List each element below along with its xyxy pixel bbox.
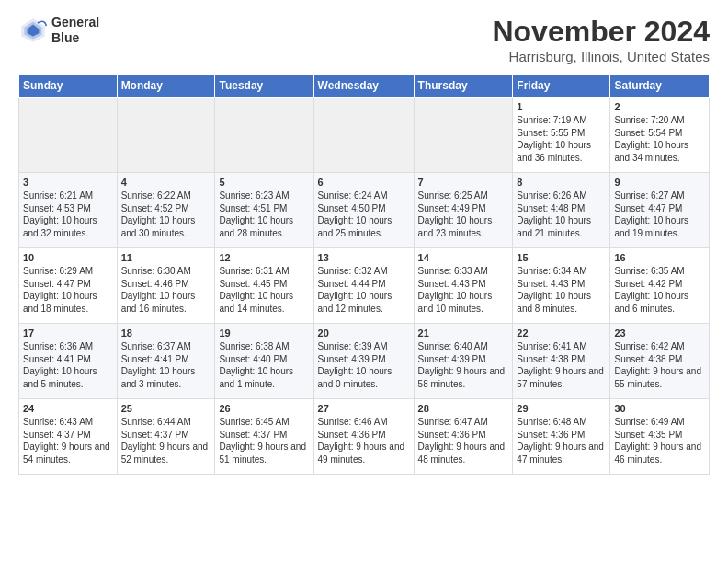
calendar-cell [19, 98, 118, 173]
logo: General Blue [18, 15, 99, 46]
week-row-1: 1Sunrise: 7:19 AM Sunset: 5:55 PM Daylig… [19, 98, 710, 173]
calendar-cell: 14Sunrise: 6:33 AM Sunset: 4:43 PM Dayli… [414, 248, 513, 324]
calendar-cell: 20Sunrise: 6:39 AM Sunset: 4:39 PM Dayli… [313, 324, 414, 399]
day-number: 2 [614, 101, 705, 112]
day-number: 21 [418, 327, 509, 339]
cell-content: Sunrise: 6:21 AM Sunset: 4:53 PM Dayligh… [23, 190, 113, 239]
day-number: 16 [614, 252, 705, 263]
day-number: 15 [517, 252, 606, 263]
cell-content: Sunrise: 6:31 AM Sunset: 4:45 PM Dayligh… [219, 265, 309, 315]
cell-content: Sunrise: 6:22 AM Sunset: 4:52 PM Dayligh… [121, 190, 211, 239]
calendar-cell: 12Sunrise: 6:31 AM Sunset: 4:45 PM Dayli… [215, 248, 313, 324]
cell-content: Sunrise: 6:29 AM Sunset: 4:47 PM Dayligh… [23, 265, 113, 315]
day-number: 27 [318, 403, 410, 414]
day-header-thursday: Thursday [414, 75, 513, 98]
cell-content: Sunrise: 6:35 AM Sunset: 4:42 PM Dayligh… [614, 265, 705, 315]
calendar-header-row: SundayMondayTuesdayWednesdayThursdayFrid… [19, 75, 710, 98]
day-number: 4 [121, 177, 211, 188]
day-number: 10 [23, 252, 113, 263]
calendar-cell: 7Sunrise: 6:25 AM Sunset: 4:49 PM Daylig… [414, 173, 513, 248]
day-number: 20 [318, 327, 410, 339]
calendar-cell: 8Sunrise: 6:26 AM Sunset: 4:48 PM Daylig… [513, 173, 610, 248]
logo-icon [18, 16, 48, 45]
calendar-cell: 16Sunrise: 6:35 AM Sunset: 4:42 PM Dayli… [610, 248, 710, 324]
day-number: 18 [121, 327, 211, 339]
cell-content: Sunrise: 6:30 AM Sunset: 4:46 PM Dayligh… [121, 265, 211, 315]
day-number: 17 [23, 327, 113, 339]
cell-content: Sunrise: 6:27 AM Sunset: 4:47 PM Dayligh… [614, 190, 705, 239]
day-number: 26 [219, 403, 309, 414]
cell-content: Sunrise: 6:46 AM Sunset: 4:36 PM Dayligh… [318, 416, 410, 465]
day-number: 8 [517, 177, 606, 188]
calendar-cell: 11Sunrise: 6:30 AM Sunset: 4:46 PM Dayli… [117, 248, 215, 324]
calendar-cell: 13Sunrise: 6:32 AM Sunset: 4:44 PM Dayli… [313, 248, 414, 324]
calendar-cell: 30Sunrise: 6:49 AM Sunset: 4:35 PM Dayli… [610, 399, 710, 475]
cell-content: Sunrise: 6:24 AM Sunset: 4:50 PM Dayligh… [318, 190, 410, 239]
day-number: 28 [418, 403, 509, 414]
calendar-cell: 1Sunrise: 7:19 AM Sunset: 5:55 PM Daylig… [513, 98, 610, 173]
day-number: 13 [318, 252, 410, 263]
header: General Blue November 2024 Harrisburg, I… [18, 15, 710, 64]
day-header-tuesday: Tuesday [215, 75, 313, 98]
logo-line1: General [51, 15, 99, 30]
day-number: 12 [219, 252, 309, 263]
week-row-3: 10Sunrise: 6:29 AM Sunset: 4:47 PM Dayli… [19, 248, 710, 324]
day-header-friday: Friday [513, 75, 610, 98]
calendar-cell [215, 98, 313, 173]
calendar-cell: 15Sunrise: 6:34 AM Sunset: 4:43 PM Dayli… [513, 248, 610, 324]
cell-content: Sunrise: 6:45 AM Sunset: 4:37 PM Dayligh… [219, 416, 309, 465]
logo-line2: Blue [51, 30, 99, 46]
cell-content: Sunrise: 6:47 AM Sunset: 4:36 PM Dayligh… [418, 416, 509, 465]
cell-content: Sunrise: 6:49 AM Sunset: 4:35 PM Dayligh… [614, 416, 705, 465]
calendar-cell [414, 98, 513, 173]
day-header-wednesday: Wednesday [313, 75, 414, 98]
day-header-saturday: Saturday [610, 75, 710, 98]
day-number: 14 [418, 252, 509, 263]
calendar-cell: 5Sunrise: 6:23 AM Sunset: 4:51 PM Daylig… [215, 173, 313, 248]
week-row-4: 17Sunrise: 6:36 AM Sunset: 4:41 PM Dayli… [19, 324, 710, 399]
calendar-cell: 18Sunrise: 6:37 AM Sunset: 4:41 PM Dayli… [117, 324, 215, 399]
day-number: 25 [121, 403, 211, 414]
cell-content: Sunrise: 6:25 AM Sunset: 4:49 PM Dayligh… [418, 190, 509, 239]
cell-content: Sunrise: 6:36 AM Sunset: 4:41 PM Dayligh… [23, 340, 113, 390]
day-number: 3 [23, 177, 113, 188]
calendar-cell: 17Sunrise: 6:36 AM Sunset: 4:41 PM Dayli… [19, 324, 118, 399]
cell-content: Sunrise: 6:43 AM Sunset: 4:37 PM Dayligh… [23, 416, 113, 465]
cell-content: Sunrise: 6:26 AM Sunset: 4:48 PM Dayligh… [517, 190, 606, 239]
calendar-cell: 3Sunrise: 6:21 AM Sunset: 4:53 PM Daylig… [19, 173, 118, 248]
title-block: November 2024 Harrisburg, Illinois, Unit… [492, 15, 710, 64]
location: Harrisburg, Illinois, United States [492, 49, 710, 64]
cell-content: Sunrise: 6:39 AM Sunset: 4:39 PM Dayligh… [318, 340, 410, 390]
cell-content: Sunrise: 6:44 AM Sunset: 4:37 PM Dayligh… [121, 416, 211, 465]
day-header-monday: Monday [117, 75, 215, 98]
calendar-cell: 27Sunrise: 6:46 AM Sunset: 4:36 PM Dayli… [313, 399, 414, 475]
calendar-cell: 2Sunrise: 7:20 AM Sunset: 5:54 PM Daylig… [610, 98, 710, 173]
calendar-cell: 21Sunrise: 6:40 AM Sunset: 4:39 PM Dayli… [414, 324, 513, 399]
cell-content: Sunrise: 6:42 AM Sunset: 4:38 PM Dayligh… [614, 340, 705, 390]
calendar-cell [313, 98, 414, 173]
day-number: 29 [517, 403, 606, 414]
cell-content: Sunrise: 6:40 AM Sunset: 4:39 PM Dayligh… [418, 340, 509, 390]
calendar-cell: 4Sunrise: 6:22 AM Sunset: 4:52 PM Daylig… [117, 173, 215, 248]
week-row-5: 24Sunrise: 6:43 AM Sunset: 4:37 PM Dayli… [19, 399, 710, 475]
day-number: 19 [219, 327, 309, 339]
day-number: 9 [614, 177, 705, 188]
calendar-cell: 23Sunrise: 6:42 AM Sunset: 4:38 PM Dayli… [610, 324, 710, 399]
cell-content: Sunrise: 6:37 AM Sunset: 4:41 PM Dayligh… [121, 340, 211, 390]
calendar-cell: 9Sunrise: 6:27 AM Sunset: 4:47 PM Daylig… [610, 173, 710, 248]
day-number: 30 [614, 403, 705, 414]
logo-text: General Blue [51, 15, 99, 46]
day-number: 11 [121, 252, 211, 263]
day-number: 5 [219, 177, 309, 188]
day-number: 22 [517, 327, 606, 339]
calendar-cell: 6Sunrise: 6:24 AM Sunset: 4:50 PM Daylig… [313, 173, 414, 248]
calendar-cell: 25Sunrise: 6:44 AM Sunset: 4:37 PM Dayli… [117, 399, 215, 475]
day-number: 6 [318, 177, 410, 188]
cell-content: Sunrise: 6:34 AM Sunset: 4:43 PM Dayligh… [517, 265, 606, 315]
cell-content: Sunrise: 6:32 AM Sunset: 4:44 PM Dayligh… [318, 265, 410, 315]
cell-content: Sunrise: 6:33 AM Sunset: 4:43 PM Dayligh… [418, 265, 509, 315]
calendar-body: 1Sunrise: 7:19 AM Sunset: 5:55 PM Daylig… [19, 98, 710, 475]
cell-content: Sunrise: 6:23 AM Sunset: 4:51 PM Dayligh… [219, 190, 309, 239]
calendar-cell [117, 98, 215, 173]
day-number: 23 [614, 327, 705, 339]
